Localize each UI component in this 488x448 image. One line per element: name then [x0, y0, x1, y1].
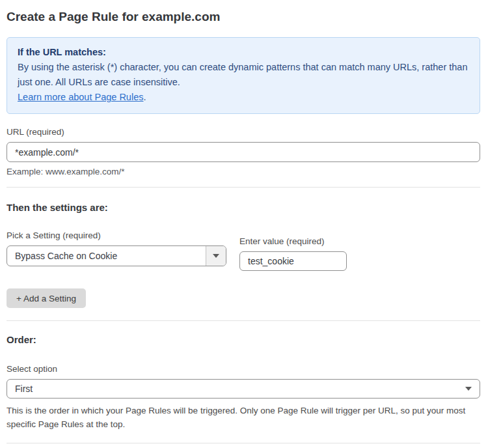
setting-value-label: Enter value (required): [239, 236, 347, 246]
callout-heading: If the URL matches:: [18, 45, 469, 60]
chevron-down-icon: [465, 387, 472, 391]
setting-select-column: Pick a Setting (required) Bypass Cache o…: [7, 231, 226, 271]
chevron-down-icon: [213, 254, 219, 258]
setting-value-input[interactable]: [239, 251, 347, 271]
page-title: Create a Page Rule for example.com: [7, 10, 480, 24]
order-heading: Order:: [7, 334, 480, 345]
create-page-rule-form: Create a Page Rule for example.com If th…: [0, 0, 488, 448]
divider: [7, 320, 480, 321]
setting-value-column: Enter value (required): [239, 236, 347, 271]
setting-select-arrow-button[interactable]: [206, 246, 226, 266]
setting-select[interactable]: Bypass Cache on Cookie: [7, 245, 226, 266]
order-select[interactable]: First: [7, 379, 480, 399]
divider: [7, 187, 480, 188]
setting-row: Pick a Setting (required) Bypass Cache o…: [7, 231, 480, 271]
setting-select-value: Bypass Cache on Cookie: [7, 246, 206, 266]
url-helper-text: Example: www.example.com/*: [7, 167, 480, 176]
order-select-label: Select option: [7, 364, 480, 374]
add-setting-button[interactable]: + Add a Setting: [7, 288, 86, 308]
callout-link-line: Learn more about Page Rules.: [18, 90, 469, 105]
divider: [7, 443, 480, 443]
order-help-text: This is the order in which your Page Rul…: [7, 404, 479, 431]
setting-select-label: Pick a Setting (required): [7, 231, 226, 240]
callout-body-text: By using the asterisk (*) character, you…: [18, 60, 469, 90]
learn-more-link[interactable]: Learn more about Page Rules: [18, 92, 143, 102]
order-select-value: First: [7, 380, 480, 398]
settings-heading: Then the settings are:: [7, 202, 480, 213]
link-period: .: [143, 92, 146, 102]
url-matches-callout: If the URL matches: By using the asteris…: [7, 37, 480, 114]
url-input[interactable]: [7, 142, 480, 162]
url-label: URL (required): [7, 127, 480, 137]
